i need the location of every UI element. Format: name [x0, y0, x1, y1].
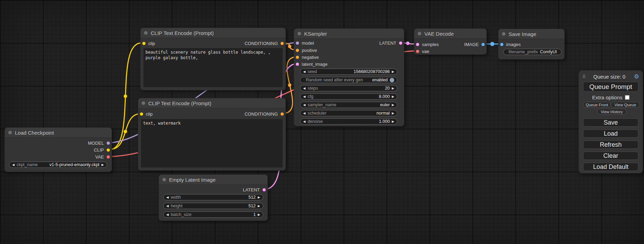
arrow-left-icon[interactable]: ◀: [166, 205, 169, 208]
latent-slot-icon[interactable]: [399, 42, 402, 45]
vae-slot-icon[interactable]: [107, 155, 110, 159]
node-header[interactable]: CLIP Text Encode (Prompt): [138, 98, 285, 108]
node-header[interactable]: KSampler: [294, 29, 404, 39]
node-vae-decode[interactable]: VAE Decode samples IMAGE vae: [414, 28, 487, 55]
arrow-left-icon[interactable]: ◀: [303, 70, 306, 73]
node-empty-latent-image[interactable]: Empty Latent Image LATENT ◀ width 512 ▶ …: [159, 174, 268, 221]
arrow-right-icon[interactable]: ▶: [392, 120, 394, 123]
arrow-right-icon[interactable]: ▶: [392, 87, 394, 90]
arrow-right-icon[interactable]: ▶: [392, 112, 394, 115]
clip-slot-icon[interactable]: [107, 148, 110, 152]
arrow-left-icon[interactable]: ◀: [303, 120, 306, 123]
view-queue-button[interactable]: View Queue: [611, 102, 640, 108]
output-conditioning[interactable]: CONDITIONING: [245, 40, 284, 47]
node-header[interactable]: Load Checkpoint: [5, 128, 112, 138]
load-default-button[interactable]: Load Default: [583, 163, 638, 171]
arrow-right-icon[interactable]: ▶: [392, 95, 394, 98]
input-latent-image[interactable]: latent_image: [296, 61, 327, 67]
collapse-dot-icon[interactable]: [502, 32, 505, 36]
collapse-dot-icon[interactable]: [162, 178, 166, 181]
arrow-left-icon[interactable]: ◀: [166, 213, 169, 216]
input-clip[interactable]: clip: [142, 40, 155, 47]
arrow-left-icon[interactable]: ◀: [303, 103, 306, 107]
clip-slot-icon[interactable]: [140, 112, 143, 116]
prompt-textarea[interactable]: text, watermark: [141, 119, 283, 168]
output-clip[interactable]: CLIP: [94, 146, 110, 153]
latent-slot-icon[interactable]: [296, 63, 299, 66]
gear-icon[interactable]: ⚙: [634, 74, 639, 80]
seed-widget[interactable]: ◀ seed 156680208700286 ▶: [300, 69, 397, 75]
output-vae[interactable]: VAE: [95, 153, 110, 160]
input-images[interactable]: images: [500, 41, 521, 48]
node-header[interactable]: VAE Decode: [414, 29, 486, 39]
height-widget[interactable]: ◀ height 512 ▶: [163, 203, 263, 209]
conditioning-slot-icon[interactable]: [296, 56, 299, 59]
node-graph-canvas[interactable]: Load Checkpoint MODEL CLIP VAE ◀ ckpt_na…: [0, 0, 644, 244]
model-slot-icon[interactable]: [107, 142, 110, 145]
drag-handle-icon[interactable]: ⠿: [582, 74, 585, 79]
ckpt-name-widget[interactable]: ◀ ckpt_name v1-5-pruned-emaonly.ckpt ▶: [9, 162, 107, 168]
extra-options-checkbox[interactable]: [625, 95, 629, 100]
input-samples[interactable]: samples: [416, 41, 439, 48]
queue-prompt-button[interactable]: Queue Prompt: [583, 82, 638, 92]
clear-button[interactable]: Clear: [583, 152, 638, 160]
width-widget[interactable]: ◀ width 512 ▶: [163, 194, 263, 200]
vae-slot-icon[interactable]: [416, 50, 419, 53]
load-button[interactable]: Load: [583, 129, 638, 138]
conditioning-slot-icon[interactable]: [281, 42, 284, 45]
node-clip-text-encode-positive[interactable]: CLIP Text Encode (Prompt) clip CONDITION…: [140, 28, 286, 90]
input-model[interactable]: model: [296, 39, 314, 46]
save-button[interactable]: Save: [583, 118, 638, 127]
node-load-checkpoint[interactable]: Load Checkpoint MODEL CLIP VAE ◀ ckpt_na…: [5, 127, 112, 172]
conditioning-slot-icon[interactable]: [281, 112, 284, 116]
arrow-right-icon[interactable]: ▶: [392, 70, 394, 73]
input-positive[interactable]: positive: [296, 47, 317, 54]
output-model[interactable]: MODEL: [88, 139, 110, 146]
batch-size-widget[interactable]: ◀ batch_size 1 ▶: [163, 211, 263, 218]
arrow-left-icon[interactable]: ◀: [303, 95, 306, 98]
node-save-image[interactable]: Save Image images filename_prefix ComfyU…: [498, 29, 565, 60]
node-ksampler[interactable]: KSampler model LATENT positive negative …: [294, 28, 404, 126]
output-image[interactable]: IMAGE: [464, 41, 485, 48]
image-slot-icon[interactable]: [500, 43, 503, 46]
cfg-widget[interactable]: ◀ cfg 8.000 ▶: [300, 93, 397, 100]
random-seed-toggle-widget[interactable]: Random seed after every gen enabled: [300, 77, 397, 83]
view-history-button[interactable]: View History: [597, 109, 626, 115]
toggle-enabled-icon[interactable]: [390, 78, 394, 82]
image-slot-icon[interactable]: [482, 43, 485, 46]
output-latent[interactable]: LATENT: [243, 186, 266, 193]
input-vae[interactable]: vae: [416, 48, 429, 55]
steps-widget[interactable]: ◀ steps 20 ▶: [300, 85, 397, 91]
queue-front-button[interactable]: Queue Front: [583, 102, 611, 108]
arrow-right-icon[interactable]: ▶: [392, 103, 394, 107]
denoise-widget[interactable]: ◀ denoise 1.000 ▶: [300, 118, 397, 125]
clip-slot-icon[interactable]: [142, 42, 145, 45]
output-latent[interactable]: LATENT: [379, 39, 402, 46]
latent-slot-icon[interactable]: [416, 43, 419, 46]
latent-slot-icon[interactable]: [263, 188, 266, 191]
arrow-left-icon[interactable]: ◀: [303, 112, 306, 115]
node-header[interactable]: Empty Latent Image: [159, 175, 267, 185]
scheduler-widget[interactable]: ◀ scheduler normal ▶: [300, 110, 397, 116]
input-clip[interactable]: clip: [140, 110, 153, 117]
node-header[interactable]: Save Image: [499, 29, 564, 39]
output-conditioning[interactable]: CONDITIONING: [245, 110, 284, 117]
filename-prefix-widget[interactable]: filename_prefix ComfyUI: [503, 49, 562, 55]
sampler-name-widget[interactable]: ◀ sampler_name euler ▶: [300, 102, 397, 108]
arrow-right-icon[interactable]: ▶: [102, 163, 104, 166]
collapse-dot-icon[interactable]: [142, 101, 145, 105]
prompt-textarea[interactable]: beautiful scenery nature glass bottle la…: [143, 48, 283, 87]
arrow-left-icon[interactable]: ◀: [12, 163, 15, 166]
node-clip-text-encode-negative[interactable]: CLIP Text Encode (Prompt) clip CONDITION…: [138, 98, 286, 171]
node-header[interactable]: CLIP Text Encode (Prompt): [141, 28, 285, 38]
refresh-button[interactable]: Refresh: [583, 141, 638, 149]
arrow-right-icon[interactable]: ▶: [258, 205, 260, 208]
model-slot-icon[interactable]: [296, 42, 299, 45]
input-negative[interactable]: negative: [296, 54, 319, 61]
collapse-dot-icon[interactable]: [298, 32, 301, 35]
collapse-dot-icon[interactable]: [418, 32, 421, 35]
collapse-dot-icon[interactable]: [144, 31, 148, 35]
arrow-left-icon[interactable]: ◀: [303, 87, 306, 90]
arrow-left-icon[interactable]: ◀: [166, 196, 169, 199]
collapse-dot-icon[interactable]: [8, 131, 12, 134]
